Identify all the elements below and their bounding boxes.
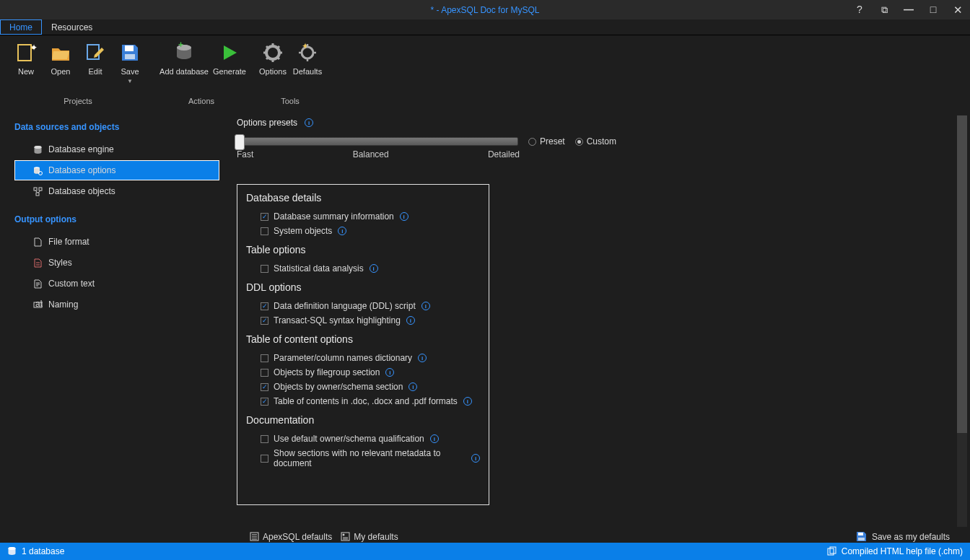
section-toc-options: Table of content options (246, 333, 480, 345)
sidebar: Data sources and objects Database engine… (0, 108, 224, 543)
ribbon-group-projects: ✦ New Open Edit Save ▼ Projects (4, 38, 152, 108)
chevron-down-icon[interactable]: ▼ (127, 78, 133, 84)
play-icon (218, 41, 241, 64)
info-icon[interactable]: i (421, 302, 430, 310)
save-button[interactable]: Save ▼ (113, 38, 147, 95)
svg-rect-5 (125, 54, 135, 59)
checkbox-system-objects[interactable]: System objectsi (246, 224, 480, 238)
main-panel: Options presets i Preset Custom Fast Bal… (224, 108, 970, 543)
ribbon-tabs: Home Resources (0, 19, 970, 35)
user-list-icon (341, 532, 351, 542)
options-button[interactable]: Options (255, 38, 290, 95)
titlebar: * - ApexSQL Doc for MySQL ? ⧉ — □ ✕ (0, 0, 970, 19)
checkbox-tsql-highlight[interactable]: Transact-SQL syntax highlightingi (246, 313, 480, 328)
checkbox-toc-formats[interactable]: Table of contents in .doc, .docx and .pd… (246, 394, 480, 408)
sidebar-item-database-objects[interactable]: Database objects (14, 181, 219, 201)
database-icon (32, 144, 43, 154)
info-icon[interactable]: i (338, 227, 346, 235)
radio-custom[interactable]: Custom (575, 136, 616, 146)
radio-preset[interactable]: Preset (528, 136, 565, 146)
svg-rect-0 (18, 45, 31, 61)
sidebar-header-output: Output options (14, 214, 219, 224)
sidebar-header-datasources: Data sources and objects (14, 122, 219, 132)
my-defaults-button[interactable]: My defaults (341, 532, 398, 542)
unknown-icon[interactable]: ⧉ (872, 0, 896, 19)
statusbar-left: 1 database (7, 546, 64, 556)
minimize-icon[interactable]: — (896, 0, 921, 19)
scrollbar[interactable] (957, 115, 967, 527)
sidebar-item-custom-text[interactable]: Custom text (14, 274, 219, 294)
sidebar-item-naming[interactable]: ab Naming (14, 294, 219, 315)
open-button[interactable]: Open (43, 38, 78, 95)
checkbox-owner-schema-section[interactable]: Objects by owner/schema sectioni (246, 380, 480, 394)
info-icon[interactable]: i (385, 368, 394, 377)
info-icon[interactable]: i (406, 316, 415, 325)
section-documentation: Documentation (246, 414, 480, 426)
statusbar-right[interactable]: Compiled HTML help file (.chm) (827, 546, 963, 556)
presets-slider[interactable] (237, 137, 518, 146)
sidebar-item-file-format[interactable]: File format (14, 232, 219, 252)
svg-line-17 (277, 57, 279, 59)
svg-rect-30 (34, 188, 37, 191)
window-title: * - ApexSQL Doc for MySQL (431, 5, 540, 15)
copy-icon (827, 546, 837, 556)
info-icon[interactable]: i (430, 434, 439, 443)
help-icon[interactable]: ? (847, 0, 872, 19)
sidebar-item-styles[interactable]: Styles (14, 253, 219, 273)
svg-point-11 (271, 51, 275, 55)
slider-thumb[interactable] (235, 134, 245, 150)
database-options-icon (32, 165, 43, 175)
styles-icon (32, 258, 43, 268)
tab-home[interactable]: Home (0, 19, 42, 35)
svg-rect-54 (828, 548, 834, 555)
checkbox-ddl-script[interactable]: Data definition language (DDL) scripti (246, 299, 480, 313)
save-icon (856, 531, 868, 543)
checkbox-show-empty-sections[interactable]: Show sections with no relevant metadata … (246, 446, 480, 471)
info-icon[interactable]: i (305, 118, 313, 127)
info-icon[interactable]: i (463, 397, 472, 406)
section-database-details: Database details (246, 192, 480, 204)
apexsql-defaults-button[interactable]: ApexSQL defaults (250, 532, 332, 542)
svg-rect-50 (858, 533, 863, 535)
tab-resources[interactable]: Resources (42, 19, 102, 35)
save-as-my-defaults-button[interactable]: Save as my defaults (856, 531, 950, 543)
svg-text:✦: ✦ (30, 43, 37, 53)
add-database-icon: + (172, 41, 196, 64)
info-icon[interactable]: i (370, 264, 378, 273)
ribbon: ✦ New Open Edit Save ▼ Projects + Add da (0, 35, 970, 108)
info-icon[interactable]: i (471, 454, 480, 463)
edit-icon (84, 41, 107, 64)
database-objects-icon (32, 186, 43, 196)
edit-button[interactable]: Edit (78, 38, 113, 95)
svg-line-16 (266, 46, 268, 48)
sidebar-item-database-engine[interactable]: Database engine (14, 139, 219, 159)
file-icon (32, 237, 43, 247)
info-icon[interactable]: i (408, 382, 417, 391)
svg-rect-31 (39, 188, 42, 191)
list-icon (250, 532, 260, 542)
info-icon[interactable]: i (400, 212, 408, 221)
close-icon[interactable]: ✕ (945, 0, 970, 19)
defaults-button[interactable]: ✦ Defaults (290, 38, 325, 95)
svg-text:ab: ab (35, 300, 43, 309)
scrollbar-thumb[interactable] (957, 115, 967, 433)
checkbox-default-owner-qualification[interactable]: Use default owner/schema qualificationi (246, 432, 480, 446)
database-icon (7, 546, 17, 556)
svg-line-19 (266, 57, 268, 59)
generate-button[interactable]: Generate (212, 38, 247, 95)
checkbox-param-dictionary[interactable]: Parameter/column names dictionaryi (246, 351, 480, 365)
svg-point-47 (343, 534, 345, 536)
custom-text-icon (32, 279, 43, 289)
checkbox-filegroup-section[interactable]: Objects by filegroup sectioni (246, 365, 480, 380)
checkbox-summary-info[interactable]: Database summary informationi (246, 209, 480, 224)
new-button[interactable]: ✦ New (9, 38, 43, 95)
svg-line-18 (277, 46, 279, 48)
presets-slider-row: Preset Custom (237, 136, 957, 146)
svg-marker-9 (224, 45, 237, 60)
info-icon[interactable]: i (418, 354, 427, 362)
sidebar-item-database-options[interactable]: Database options (14, 160, 219, 180)
checkbox-statistical-data[interactable]: Statistical data analysisi (246, 261, 480, 276)
add-database-button[interactable]: + Add database (156, 38, 212, 95)
section-ddl-options: DDL options (246, 281, 480, 293)
maximize-icon[interactable]: □ (921, 0, 945, 19)
